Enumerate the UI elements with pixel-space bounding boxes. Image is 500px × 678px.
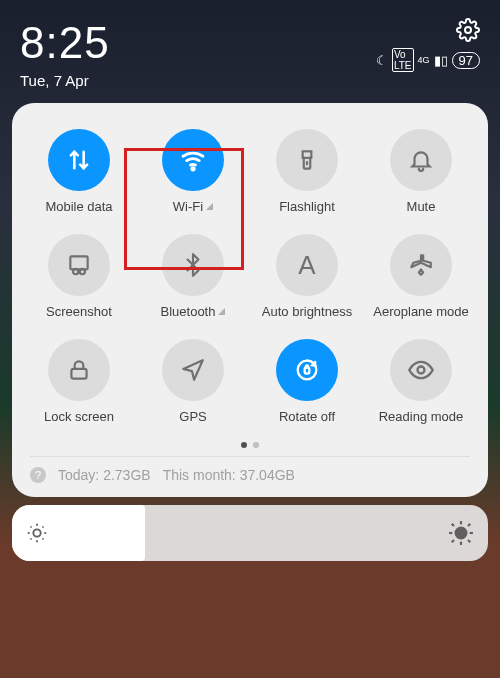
tile-mute[interactable]: Mute (364, 121, 478, 222)
svg-point-22 (456, 528, 467, 539)
tile-label: Lock screen (44, 409, 114, 424)
tile-label: Aeroplane mode (373, 304, 468, 319)
dnd-moon-icon: ☾ (376, 53, 388, 68)
tile-reading-mode[interactable]: Reading mode (364, 331, 478, 432)
svg-line-27 (452, 524, 454, 526)
tile-label: Wi-Fi (173, 199, 203, 214)
clock-time: 8:25 (20, 18, 110, 68)
svg-line-21 (43, 527, 44, 528)
tile-label: Rotate off (279, 409, 335, 424)
tile-label: Mute (407, 199, 436, 214)
tile-screenshot[interactable]: Screenshot (22, 226, 136, 327)
tile-bluetooth[interactable]: Bluetooth (136, 226, 250, 327)
gear-icon (456, 18, 480, 42)
svg-line-8 (78, 270, 80, 272)
expand-icon (218, 308, 225, 315)
tile-auto-brightness[interactable]: A Auto brightness (250, 226, 364, 327)
flashlight-icon (294, 147, 320, 173)
usage-month: This month: 37.04GB (163, 467, 295, 483)
info-icon: ? (30, 467, 46, 483)
tile-label: Mobile data (45, 199, 112, 214)
tile-gps[interactable]: GPS (136, 331, 250, 432)
status-bar: 8:25 Tue, 7 Apr ☾ VoLTE 4G ▮▯ 97 (0, 0, 500, 93)
page-indicator (22, 442, 478, 448)
wifi-icon (178, 145, 208, 175)
signal-icon: ▮▯ (434, 53, 448, 68)
expand-icon (206, 203, 213, 210)
tile-flashlight[interactable]: Flashlight (250, 121, 364, 222)
network-type: 4G (418, 55, 430, 65)
battery-level: 97 (452, 52, 480, 69)
svg-line-28 (468, 540, 470, 542)
svg-line-20 (31, 539, 32, 540)
bluetooth-icon (180, 252, 206, 278)
clock-date: Tue, 7 Apr (20, 72, 110, 89)
tile-aeroplane-mode[interactable]: Aeroplane mode (364, 226, 478, 327)
tile-wifi[interactable]: Wi-Fi (136, 121, 250, 222)
quick-settings-panel: Mobile data Wi-Fi Flashlight Mute Screen… (12, 103, 488, 497)
svg-line-29 (452, 540, 454, 542)
svg-point-13 (33, 529, 40, 536)
lock-icon (66, 357, 92, 383)
tile-label: Auto brightness (262, 304, 352, 319)
mobile-data-icon (65, 146, 93, 174)
svg-point-1 (192, 168, 195, 171)
airplane-icon (408, 252, 434, 278)
data-usage-row[interactable]: ? Today: 2.73GB This month: 37.04GB (22, 457, 478, 485)
tile-label: Bluetooth (161, 304, 216, 319)
rotate-lock-icon (293, 356, 321, 384)
tile-label: Flashlight (279, 199, 335, 214)
tile-rotate-off[interactable]: Rotate off (250, 331, 364, 432)
brightness-high-icon (448, 520, 474, 546)
svg-line-30 (468, 524, 470, 526)
navigation-icon (180, 357, 206, 383)
tile-label: GPS (179, 409, 206, 424)
auto-brightness-icon: A (298, 250, 315, 281)
tile-label: Screenshot (46, 304, 112, 319)
svg-line-18 (31, 527, 32, 528)
screenshot-icon (66, 252, 92, 278)
tile-mobile-data[interactable]: Mobile data (22, 121, 136, 222)
tile-lock-screen[interactable]: Lock screen (22, 331, 136, 432)
svg-line-19 (43, 539, 44, 540)
settings-button[interactable] (456, 18, 480, 42)
usage-today: Today: 2.73GB (58, 467, 151, 483)
svg-point-12 (418, 367, 425, 374)
page-dot-1 (241, 442, 247, 448)
tiles-grid: Mobile data Wi-Fi Flashlight Mute Screen… (22, 121, 478, 432)
bell-icon (408, 147, 434, 173)
brightness-low-icon (26, 522, 48, 544)
brightness-slider[interactable] (12, 505, 488, 561)
svg-rect-9 (71, 369, 86, 379)
status-icons: ☾ VoLTE 4G ▮▯ 97 (376, 48, 480, 72)
svg-rect-4 (70, 256, 87, 269)
eye-icon (407, 356, 435, 384)
page-dot-2 (253, 442, 259, 448)
tile-label: Reading mode (379, 409, 464, 424)
volte-icon: VoLTE (392, 48, 414, 72)
svg-point-0 (465, 27, 471, 33)
